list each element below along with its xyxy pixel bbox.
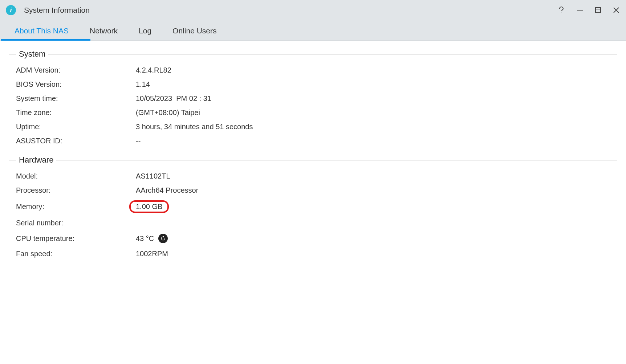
label-serial-number: Serial number: — [9, 219, 136, 227]
label-cpu-temperature: CPU temperature: — [9, 234, 136, 243]
label-model: Model: — [9, 172, 136, 180]
row-uptime: Uptime: 3 hours, 34 minutes and 51 secon… — [9, 120, 617, 134]
label-uptime: Uptime: — [9, 123, 136, 131]
close-button[interactable] — [612, 6, 620, 14]
section-header-hardware: Hardware — [9, 155, 617, 165]
row-time-zone: Time zone: (GMT+08:00) Taipei — [9, 106, 617, 120]
value-cpu-temperature-wrap: 43 °C — [136, 234, 168, 243]
label-fan-speed: Fan speed: — [9, 250, 136, 258]
label-asustor-id: ASUSTOR ID: — [9, 137, 136, 145]
label-system-time: System time: — [9, 94, 136, 103]
refresh-icon — [160, 236, 166, 241]
value-time-zone: (GMT+08:00) Taipei — [136, 109, 200, 117]
label-memory: Memory: — [9, 203, 136, 211]
label-adm-version: ADM Version: — [9, 66, 136, 74]
maximize-button[interactable] — [594, 6, 602, 14]
tab-network[interactable]: Network — [83, 21, 132, 40]
tab-about-this-nas[interactable]: About This NAS — [8, 21, 83, 40]
value-system-time: 10/05/2023 PM 02 : 31 — [136, 94, 211, 103]
window-controls — [558, 6, 620, 14]
row-serial-number: Serial number: — [9, 216, 617, 230]
row-model: Model: AS1102TL — [9, 169, 617, 183]
titlebar: i System Information — [0, 0, 626, 20]
value-fan-speed: 1002RPM — [136, 250, 168, 258]
row-bios-version: BIOS Version: 1.14 — [9, 77, 617, 91]
section-title-system: System — [19, 49, 48, 59]
value-model: AS1102TL — [136, 172, 170, 180]
value-bios-version: 1.14 — [136, 80, 150, 89]
row-cpu-temperature: CPU temperature: 43 °C — [9, 230, 617, 247]
row-memory: Memory: 1.00 GB — [9, 197, 617, 216]
tab-bar: About This NAS Network Log Online Users — [0, 20, 626, 41]
info-icon: i — [6, 5, 16, 15]
row-processor: Processor: AArch64 Processor — [9, 183, 617, 197]
minimize-button[interactable] — [576, 6, 584, 14]
content-area: System ADM Version: 4.2.4.RL82 BIOS Vers… — [0, 41, 626, 261]
section-system: System ADM Version: 4.2.4.RL82 BIOS Vers… — [9, 49, 617, 148]
refresh-cpu-temp-button[interactable] — [158, 234, 168, 243]
row-adm-version: ADM Version: 4.2.4.RL82 — [9, 63, 617, 77]
help-button[interactable] — [558, 6, 566, 14]
svg-point-0 — [562, 13, 562, 13]
value-memory-wrap: 1.00 GB — [136, 200, 169, 213]
row-system-time: System time: 10/05/2023 PM 02 : 31 — [9, 91, 617, 106]
tab-log[interactable]: Log — [132, 21, 166, 40]
section-title-hardware: Hardware — [19, 155, 56, 165]
value-uptime: 3 hours, 34 minutes and 51 seconds — [136, 123, 253, 131]
value-memory: 1.00 GB — [129, 200, 169, 213]
section-header-system: System — [9, 49, 617, 59]
section-hardware: Hardware Model: AS1102TL Processor: AArc… — [9, 155, 617, 261]
value-processor: AArch64 Processor — [136, 186, 198, 195]
label-bios-version: BIOS Version: — [9, 80, 136, 89]
row-fan-speed: Fan speed: 1002RPM — [9, 247, 617, 261]
tab-online-users[interactable]: Online Users — [166, 21, 231, 40]
svg-rect-2 — [595, 8, 601, 13]
window-title: System Information — [24, 6, 558, 15]
value-cpu-temperature: 43 °C — [136, 234, 154, 243]
value-adm-version: 4.2.4.RL82 — [136, 66, 171, 74]
value-asustor-id: -- — [136, 137, 141, 145]
row-asustor-id: ASUSTOR ID: -- — [9, 134, 617, 148]
label-time-zone: Time zone: — [9, 109, 136, 117]
label-processor: Processor: — [9, 186, 136, 195]
